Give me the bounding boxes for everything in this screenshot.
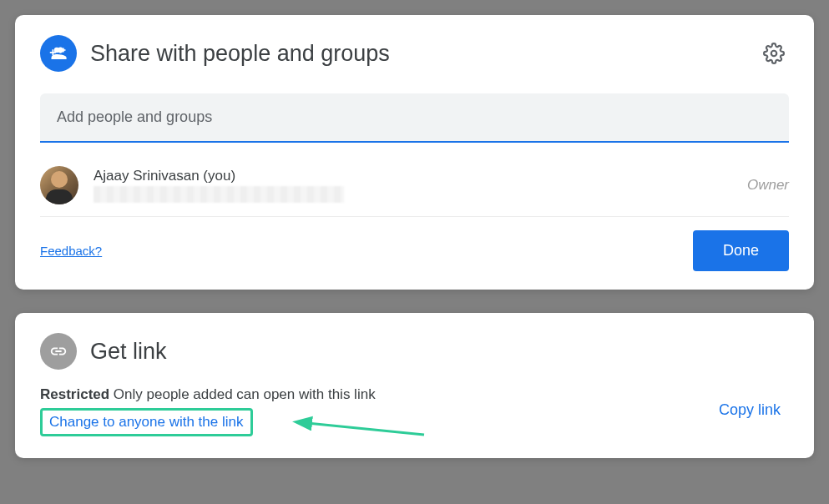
change-access-link[interactable]: Change to anyone with the link (49, 414, 244, 430)
person-name: Ajaay Srinivasan (you) (94, 168, 747, 184)
svg-point-3 (771, 51, 777, 57)
get-link-header: Get link (40, 333, 789, 370)
svg-rect-2 (63, 48, 64, 53)
person-row: Ajaay Srinivasan (you) Owner (40, 161, 789, 217)
gear-icon[interactable] (759, 38, 789, 68)
get-link-card: Get link Restricted Only people added ca… (15, 313, 814, 458)
annotation-highlight-box: Change to anyone with the link (40, 408, 253, 436)
feedback-link[interactable]: Feedback? (40, 244, 102, 258)
share-header: Share with people and groups (40, 35, 789, 72)
get-link-title: Get link (90, 339, 789, 365)
add-people-input[interactable] (57, 108, 772, 126)
person-email-redacted (94, 186, 344, 203)
person-add-icon (40, 35, 77, 72)
role-label: Owner (747, 177, 789, 194)
share-dialog-card: Share with people and groups Ajaay Srini… (15, 15, 814, 290)
link-text-block: Restricted Only people added can open wi… (40, 386, 710, 436)
avatar (40, 166, 78, 204)
svg-point-0 (54, 48, 59, 53)
link-icon (40, 333, 77, 370)
add-people-input-bar[interactable] (40, 93, 789, 143)
share-title: Share with people and groups (90, 41, 759, 67)
restriction-label: Restricted (40, 386, 109, 402)
share-footer: Feedback? Done (40, 217, 789, 271)
restriction-desc: Only people added can open with this lin… (109, 386, 375, 402)
restriction-line: Restricted Only people added can open wi… (40, 386, 710, 403)
link-body: Restricted Only people added can open wi… (40, 386, 789, 436)
done-button[interactable]: Done (693, 230, 789, 271)
person-info: Ajaay Srinivasan (you) (94, 168, 747, 203)
copy-link-button[interactable]: Copy link (710, 395, 789, 426)
